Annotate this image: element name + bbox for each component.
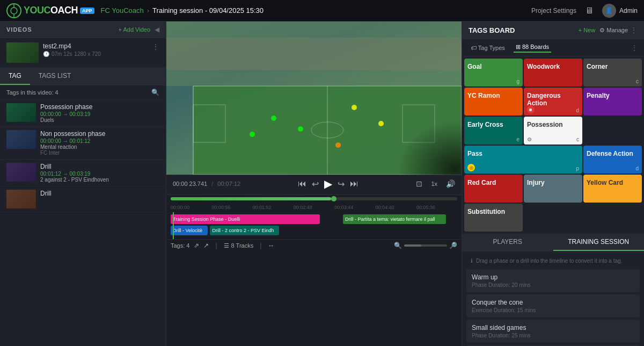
new-board-button[interactable]: + New <box>579 27 596 33</box>
tag-sub: Duels <box>40 117 159 123</box>
tag-label: Red Card <box>467 179 519 186</box>
tag-sub: Mental reaction <box>40 144 159 150</box>
tag-cell-substitution[interactable]: Substitution <box>464 204 523 232</box>
tag-cell-pass[interactable]: Pass p ◎ <box>464 146 582 174</box>
tab-tags-list[interactable]: TAGS LIST <box>30 68 79 85</box>
add-video-button[interactable]: + Add Video <box>119 26 150 33</box>
collapse-sidebar-button[interactable]: ◀ <box>155 26 159 33</box>
track-gap <box>322 214 342 224</box>
tags-count-label: Tags in this video: 4 <box>6 89 151 96</box>
tab-more-button[interactable]: ⋮ <box>631 44 638 52</box>
zoom-slider[interactable] <box>404 244 447 247</box>
tag-key: d <box>635 165 639 171</box>
progress-bar[interactable] <box>171 197 457 200</box>
zoom-out-button[interactable]: 🔍 <box>394 242 402 249</box>
track-block[interactable]: Training Session Phase - Duelli <box>171 214 320 224</box>
svg-point-13 <box>352 105 357 110</box>
tag-thumbnail <box>6 190 36 208</box>
link-button[interactable]: ⇗ <box>194 242 199 249</box>
info-icon: ℹ <box>471 258 473 264</box>
tracks-toggle[interactable]: ☰ 8 Tracks <box>224 242 254 249</box>
bottom-tabs: PLAYERS TRAINING SESSION <box>462 234 644 251</box>
svg-rect-18 <box>166 38 462 70</box>
session-item-conquer-cone[interactable]: Conquer the cone Exercise Duration: 15 m… <box>466 294 640 318</box>
time-current: 00:00 23.741 <box>173 181 207 187</box>
rewind-button[interactable]: ↩ <box>312 179 319 189</box>
tag-cell-woodwork[interactable]: Woodwork <box>524 59 582 86</box>
playback-speed[interactable]: 1x <box>431 181 437 187</box>
tag-cell-defense-action[interactable]: Defense Action d <box>583 146 642 174</box>
tag-cell-yc-ramon[interactable]: YC Ramon <box>464 88 523 116</box>
track-block[interactable]: Drill - Partita a tema: vietato fermare … <box>343 214 446 224</box>
tag-info: Drill 00:01:12 → 00:03:19 2 against 2 - … <box>40 163 159 183</box>
fit-button[interactable]: ↔ <box>268 242 274 249</box>
tag-cell-dangerous-action[interactable]: Dangerous Action d ⏺ <box>524 88 582 116</box>
tab-boards-label: 88 Boards <box>522 44 549 50</box>
session-item-title: Warm up <box>472 273 634 281</box>
tag-cell-yellow-card[interactable]: Yellow Card <box>583 175 642 203</box>
svg-point-14 <box>378 121 384 126</box>
project-name[interactable]: FC YouCoach <box>101 6 144 15</box>
track-block[interactable]: Drill - 2 contro 2 - PSV Eindh <box>210 226 279 235</box>
session-item-warm-up[interactable]: Warm up Phase Duration: 20 mins <box>466 269 640 292</box>
forward-button[interactable]: ↪ <box>338 179 345 189</box>
list-item[interactable]: Drill 00:01:12 → 00:03:19 2 against 2 - … <box>0 160 166 186</box>
tag-key: c <box>576 136 579 142</box>
boards-icon: ⊞ <box>516 44 521 50</box>
monitor-icon: 🖥 <box>585 6 594 16</box>
track-row: Drill - Velocitè Drill - 2 contro 2 - PS… <box>171 226 457 235</box>
tag-cell-red-card[interactable]: Red Card <box>464 175 523 203</box>
header-breadcrumb: FC YouCoach › Training session - 09/04/2… <box>101 6 264 15</box>
zoom-in-button[interactable]: 🔎 <box>449 242 457 249</box>
tab-tag-types[interactable]: 🏷 Tag Types <box>469 44 507 52</box>
tab-tag[interactable]: TAG <box>0 68 30 85</box>
tags-board: TAGS BOARD + New ⚙ Manage ⋮ 🏷 Tag Types … <box>462 21 644 234</box>
tag-label: Yellow Card <box>587 179 639 186</box>
video-item[interactable]: test2.mp4 🕐 07m 12s 1280 x 720 ⋮ <box>0 38 166 68</box>
session-item-sub: Exercise Duration: 15 mins <box>472 307 634 313</box>
play-button[interactable]: ▶ <box>324 177 332 190</box>
video-more-button[interactable]: ⋮ <box>152 42 159 51</box>
tab-players[interactable]: PLAYERS <box>462 234 553 251</box>
tag-label: Possession <box>527 121 579 128</box>
tag-cell-injury[interactable]: Injury <box>524 175 582 203</box>
tag-cell-corner[interactable]: Corner c <box>583 59 642 86</box>
tag-list: Possession phase 00:00:00 → 00:03:19 Due… <box>0 100 166 346</box>
progress-fill <box>171 197 331 200</box>
share-button[interactable]: ↗ <box>203 242 209 249</box>
list-item[interactable]: Drill <box>0 186 166 212</box>
volume-button[interactable]: 🔊 <box>446 179 455 188</box>
settings-icon: ⚙ <box>527 136 532 142</box>
session-item-small-sided[interactable]: Small sided games Phase Duration: 25 min… <box>466 320 640 343</box>
screen-mode-button[interactable]: ⊡ <box>416 179 422 188</box>
logo-app-badge: APP <box>80 8 94 14</box>
skip-back-button[interactable]: ⏮ <box>298 179 306 189</box>
tab-tag-types-label: Tag Types <box>478 45 505 51</box>
manage-button[interactable]: ⚙ Manage <box>599 27 628 34</box>
avatar: 👤 <box>602 4 616 18</box>
tag-cell-penalty[interactable]: Penalty <box>583 88 642 116</box>
tab-boards[interactable]: ⊞ 88 Boards <box>514 42 551 53</box>
tag-time: 00:00:00 → 00:03:19 <box>40 111 159 117</box>
tag-label: Injury <box>527 179 579 186</box>
clock-icon: 🕐 <box>43 51 49 57</box>
logo: YOUCOACH APP <box>6 3 94 18</box>
tag-sub2: FC Inter <box>40 150 159 156</box>
track-row: Training Session Phase - Duelli Drill - … <box>171 214 457 224</box>
time-separator: / <box>211 181 213 187</box>
list-item[interactable]: Possession phase 00:00:00 → 00:03:19 Due… <box>0 100 166 127</box>
list-item[interactable]: Non possession phase 00:00:00 → 00:01:12… <box>0 127 166 160</box>
tag-cell-possession[interactable]: Possession c ⚙ <box>524 117 582 145</box>
board-more-button[interactable]: ⋮ <box>630 26 638 34</box>
search-icon[interactable]: 🔍 <box>151 89 159 96</box>
tag-cell-goal[interactable]: Goal g <box>464 59 523 86</box>
tag-cell-early-cross[interactable]: Early Cross e <box>464 117 523 145</box>
tag-label: Corner <box>587 63 639 70</box>
svg-point-11 <box>271 116 276 121</box>
project-settings-btn[interactable]: Project Settings <box>531 7 576 15</box>
track-block[interactable]: Drill - Velocitè <box>171 226 208 235</box>
tag-grid: Goal g Woodwork Corner c YC Ramon Danger… <box>462 56 644 234</box>
skip-forward-button[interactable]: ⏭ <box>350 179 358 189</box>
tab-training-session[interactable]: TRAINING SESSION <box>553 234 645 251</box>
video-player <box>166 21 462 175</box>
